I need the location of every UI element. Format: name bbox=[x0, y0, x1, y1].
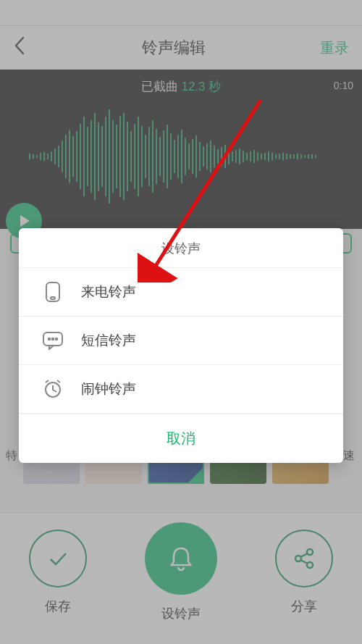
phone-icon bbox=[39, 281, 67, 303]
option-alarm-ringtone[interactable]: 闹钟铃声 bbox=[19, 365, 343, 414]
svg-point-7 bbox=[52, 338, 54, 340]
dialog-cancel[interactable]: 取消 bbox=[19, 414, 343, 463]
option-label: 来电铃声 bbox=[81, 283, 136, 301]
set-ringtone-dialog: 设铃声 来电铃声 短信铃声 闹钟铃声 取消 bbox=[19, 228, 343, 463]
svg-point-8 bbox=[56, 338, 58, 340]
option-label: 闹钟铃声 bbox=[81, 380, 136, 398]
clock-icon bbox=[39, 378, 67, 400]
option-sms-ringtone[interactable]: 短信铃声 bbox=[19, 317, 343, 365]
svg-rect-4 bbox=[51, 297, 55, 299]
message-icon bbox=[39, 330, 67, 351]
dialog-title: 设铃声 bbox=[19, 228, 343, 268]
svg-point-6 bbox=[49, 338, 51, 340]
option-label: 短信铃声 bbox=[81, 331, 136, 350]
option-call-ringtone[interactable]: 来电铃声 bbox=[19, 268, 343, 317]
